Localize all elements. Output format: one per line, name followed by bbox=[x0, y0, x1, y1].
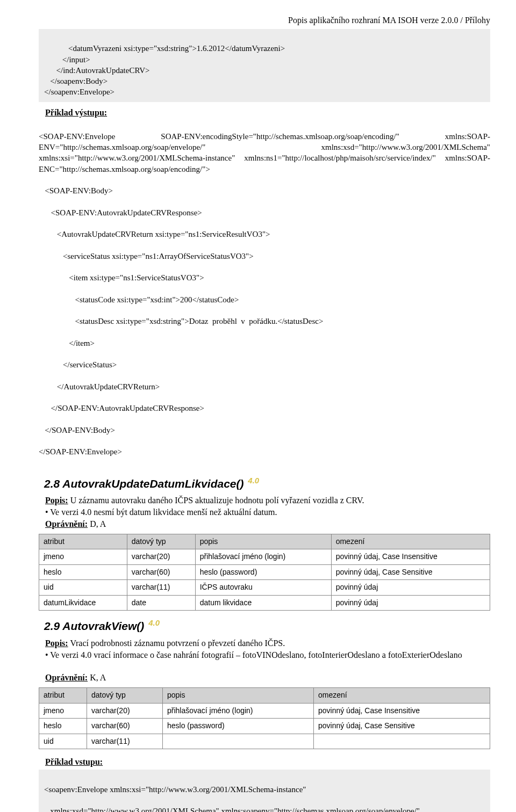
popis-label: Popis: bbox=[45, 496, 68, 505]
description-line: Popis: U záznamu autovraku daného IČPS a… bbox=[45, 495, 490, 506]
col-omezeni: omezení bbox=[331, 534, 490, 549]
section-2-9-heading: 2.9 AutovrakView() 4.0 bbox=[44, 618, 490, 633]
cell: uid bbox=[39, 734, 87, 749]
cell: uid bbox=[39, 580, 127, 596]
attributes-table-2-8: atribut datový typ popis omezení jmeno v… bbox=[39, 534, 490, 611]
code-line: xmlns:xsd="http://www.w3.org/2001/XMLSch… bbox=[44, 806, 485, 812]
col-popis: popis bbox=[163, 688, 314, 704]
table-row: uid varchar(11) IČPS autovraku povinný ú… bbox=[39, 580, 490, 596]
code-line: <SOAP-ENV:AutovrakUpdateCRVResponse> bbox=[39, 207, 490, 218]
code-line: </ind:AutovrakUpdateCRV> bbox=[44, 66, 150, 75]
cell: varchar(20) bbox=[127, 549, 195, 565]
code-line: </SOAP-ENV:AutovrakUpdateCRVResponse> bbox=[39, 403, 490, 414]
table-header-row: atribut datový typ popis omezení bbox=[39, 534, 490, 549]
cell: datum likvidace bbox=[195, 595, 331, 611]
table-row: datumLikvidace date datum likvidace povi… bbox=[39, 595, 490, 611]
bullet-note: • Ve verzi 4.0 nesmí být datum likvidace… bbox=[45, 507, 490, 518]
cell: povinný údaj bbox=[331, 580, 490, 596]
code-line: <statusDesc xsi:type="xsd:string">Dotaz … bbox=[39, 316, 490, 327]
bullet-note: • Ve verzi 4.0 vrací informace o čase na… bbox=[45, 650, 490, 661]
cell: povinný údaj, Case Insensitive bbox=[313, 703, 490, 719]
col-datovy-typ: datový typ bbox=[127, 534, 195, 549]
cell bbox=[313, 734, 490, 749]
code-line: </soapenv:Body> bbox=[44, 77, 108, 85]
popis-text: U záznamu autovraku daného IČPS aktualiz… bbox=[68, 496, 364, 505]
cell: jmeno bbox=[39, 549, 127, 565]
cell: povinný údaj, Case Sensitive bbox=[313, 719, 490, 734]
cell: varchar(60) bbox=[87, 719, 163, 734]
cell: heslo (password) bbox=[163, 719, 314, 734]
code-block-output: <SOAP-ENV:Envelope SOAP-ENV:encodingStyl… bbox=[39, 120, 490, 468]
cell: heslo (password) bbox=[195, 564, 331, 580]
table-row: heslo varchar(60) heslo (password) povin… bbox=[39, 719, 490, 734]
cell: jmeno bbox=[39, 703, 87, 719]
cell: přihlašovací jméno (login) bbox=[195, 549, 331, 565]
opr-label: Oprávnění: bbox=[45, 673, 88, 682]
code-line: <datumVyrazeni xsi:type="xsd:string">1.6… bbox=[44, 44, 285, 53]
cell: varchar(20) bbox=[87, 703, 163, 719]
cell: heslo bbox=[39, 719, 87, 734]
code-block-input-end: <datumVyrazeni xsi:type="xsd:string">1.6… bbox=[39, 29, 490, 102]
col-datovy-typ: datový typ bbox=[87, 688, 163, 704]
cell: datumLikvidace bbox=[39, 595, 127, 611]
cell: varchar(60) bbox=[127, 564, 195, 580]
opr-text: K, A bbox=[88, 673, 106, 682]
code-line: <serviceStatus xsi:type="ns1:ArrayOfServ… bbox=[39, 251, 490, 262]
cell: povinný údaj bbox=[331, 595, 490, 611]
col-atribut: atribut bbox=[39, 688, 87, 704]
table-header-row: atribut datový typ popis omezení bbox=[39, 688, 490, 704]
popis-text: Vrací podrobnosti záznamu potvrzení o př… bbox=[68, 639, 285, 648]
table-row: uid varchar(11) bbox=[39, 734, 490, 749]
section-title-text: 2.9 AutovrakView() bbox=[44, 620, 144, 632]
table-row: heslo varchar(60) heslo (password) povin… bbox=[39, 564, 490, 580]
cell bbox=[163, 734, 314, 749]
table-row: jmeno varchar(20) přihlašovací jméno (lo… bbox=[39, 549, 490, 565]
col-omezeni: omezení bbox=[313, 688, 490, 704]
page-header: Popis aplikačního rozhraní MA ISOH verze… bbox=[39, 15, 490, 26]
example-output-heading: Příklad výstupu: bbox=[45, 107, 490, 118]
cell: přihlašovací jméno (login) bbox=[163, 703, 314, 719]
cell: heslo bbox=[39, 564, 127, 580]
example-input-heading: Příklad vstupu: bbox=[45, 757, 490, 767]
attributes-table-2-9: atribut datový typ popis omezení jmeno v… bbox=[39, 687, 490, 749]
section-version-badge: 4.0 bbox=[148, 618, 160, 627]
cell: varchar(11) bbox=[127, 580, 195, 596]
section-title-text: 2.8 AutovrakUpdateDatumLikvidace() bbox=[44, 477, 244, 490]
code-line: </SOAP-ENV:Envelope> bbox=[39, 446, 490, 457]
code-line: </SOAP-ENV:Body> bbox=[39, 425, 490, 436]
popis-label: Popis: bbox=[45, 639, 68, 648]
code-line: </AutovrakUpdateCRVReturn> bbox=[39, 381, 490, 392]
permission-line: Oprávnění: K, A bbox=[45, 672, 490, 683]
col-atribut: atribut bbox=[39, 534, 127, 549]
col-popis: popis bbox=[195, 534, 331, 549]
cell: povinný údaj, Case Sensitive bbox=[331, 564, 490, 580]
cell: varchar(11) bbox=[87, 734, 163, 749]
opr-label: Oprávnění: bbox=[45, 519, 88, 528]
section-2-8-heading: 2.8 AutovrakUpdateDatumLikvidace() 4.0 bbox=[44, 476, 490, 491]
code-line: <AutovrakUpdateCRVReturn xsi:type="ns1:S… bbox=[39, 229, 490, 240]
cell: IČPS autovraku bbox=[195, 580, 331, 596]
permission-line: Oprávnění: D, A bbox=[45, 519, 490, 530]
description-line: Popis: Vrací podrobnosti záznamu potvrze… bbox=[45, 638, 490, 649]
table-row: jmeno varchar(20) přihlašovací jméno (lo… bbox=[39, 703, 490, 719]
code-line: <item xsi:type="ns1:ServiceStatusVO3"> bbox=[39, 272, 490, 283]
section-version-badge: 4.0 bbox=[248, 476, 259, 485]
cell: povinný údaj, Case Insensitive bbox=[331, 549, 490, 565]
code-line: </serviceStatus> bbox=[39, 359, 490, 370]
opr-text: D, A bbox=[88, 519, 106, 528]
code-line: </item> bbox=[39, 338, 490, 349]
code-line: </input> bbox=[44, 55, 90, 64]
code-line: </soapenv:Envelope> bbox=[44, 88, 114, 96]
code-line: <SOAP-ENV:Envelope SOAP-ENV:encodingStyl… bbox=[39, 131, 490, 175]
cell: date bbox=[127, 595, 195, 611]
code-line: <SOAP-ENV:Body> bbox=[39, 185, 490, 196]
code-block-input-start: <soapenv:Envelope xmlns:xsi="http://www.… bbox=[39, 770, 490, 812]
code-line: <statusCode xsi:type="xsd:int">200</stat… bbox=[39, 294, 490, 305]
code-line: <soapenv:Envelope xmlns:xsi="http://www.… bbox=[44, 784, 485, 795]
